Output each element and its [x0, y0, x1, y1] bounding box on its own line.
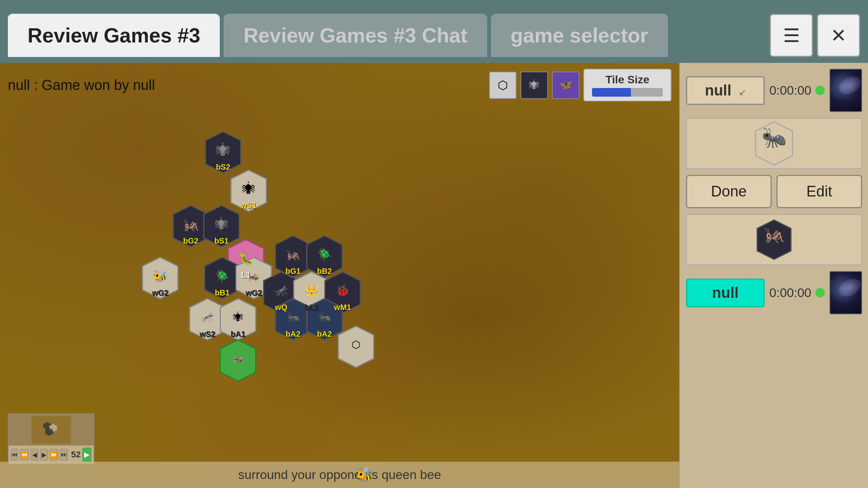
mini-map-controls: ⏮ ⏪ ◀ ▶ ⏩ ⏭ 52 ▶ [9, 446, 94, 464]
hex-board[interactable]: 🕷 bS2 🕷 wS1 🦗 bG2 🕷 bS1 [79, 94, 413, 377]
piece-area-beetle: 🦗 [686, 214, 862, 265]
mini-map-content[interactable] [9, 414, 94, 446]
player2-avatar [829, 271, 862, 314]
mini-prev-fast[interactable]: ⏪ [20, 449, 29, 460]
done-button[interactable]: Done [686, 175, 772, 208]
tile-size-bar[interactable] [592, 88, 663, 97]
play-button[interactable]: ▶ [82, 448, 92, 462]
player1-timer: 0:00:00 [769, 83, 825, 98]
bee-icon: 🐝 [356, 467, 373, 483]
player1-avatar [829, 69, 862, 112]
mini-next[interactable]: ▶ [40, 449, 48, 460]
player2-timer-dot [815, 288, 825, 297]
beetle-hex: 🦗 [752, 218, 796, 261]
mini-skip-end[interactable]: ⏭ [60, 449, 68, 460]
mini-prev[interactable]: ◀ [30, 449, 38, 460]
menu-button[interactable]: ☰ [770, 14, 813, 57]
game-board-area[interactable]: null : Game won by null ⬡ 🕷 🦋 Tile Size [0, 63, 679, 488]
player2-card: null 0:00:00 [686, 271, 862, 314]
edit-button[interactable]: Edit [776, 175, 862, 208]
player2-name: null [686, 279, 765, 307]
player1-card: null ↙ 0:00:00 [686, 69, 862, 112]
status-right: ⬡ 🕷 🦋 Tile Size [489, 69, 671, 101]
tab-review-games[interactable]: Review Games #3 [8, 14, 220, 57]
tile-icon-3: 🦋 [552, 72, 579, 99]
mini-skip-start[interactable]: ⏮ [11, 449, 18, 460]
main-layout: null : Game won by null ⬡ 🕷 🦋 Tile Size [0, 63, 868, 488]
close-button[interactable]: ✕ [817, 14, 860, 57]
game-status-text: null : Game won by null [8, 77, 155, 94]
piece-wB2[interactable]: 🐝 wG2 [138, 255, 183, 301]
tile-size-label: Tile Size [605, 73, 649, 86]
sidebar: null ↙ 0:00:00 🐜 Done Edit [679, 63, 868, 488]
mini-next-fast[interactable]: ⏩ [50, 449, 58, 460]
tab-review-chat[interactable]: Review Games #3 Chat [224, 14, 487, 57]
beetle-icon: 🦗 [752, 224, 796, 244]
bottom-status: surround your opponents queen bee 🐝 [0, 462, 679, 488]
tab-game-selector[interactable]: game selector [491, 14, 668, 57]
tile-size-fill [592, 88, 631, 97]
tab-review-games-label: Review Games #3 [28, 24, 200, 47]
piece-partial-1[interactable]: 🦗 [215, 338, 261, 383]
tile-icon-2: 🕷 [520, 72, 548, 99]
status-bar: null : Game won by null ⬡ 🕷 🦋 Tile Size [0, 63, 679, 107]
tile-size-control[interactable]: Tile Size [583, 69, 671, 101]
piece-partial-2[interactable]: ⬡ [333, 324, 379, 369]
piece-display-hex: 🐜 [750, 120, 798, 167]
mini-map: ⏮ ⏪ ◀ ▶ ⏩ ⏭ 52 ▶ [8, 413, 94, 464]
player1-timer-dot [815, 86, 825, 95]
tile-icon-1: ⬡ [489, 72, 517, 99]
player2-timer: 0:00:00 [769, 286, 825, 300]
piece-ant-icon: 🐜 [750, 126, 798, 150]
tab-review-chat-label: Review Games #3 Chat [243, 24, 467, 47]
action-buttons: Done Edit [686, 175, 862, 208]
move-counter: 52 [71, 449, 81, 460]
hint-text: surround your opponents queen bee [238, 468, 441, 482]
piece-display-area: 🐜 [686, 118, 862, 169]
header: Review Games #3 Review Games #3 Chat gam… [0, 0, 868, 63]
piece-wS2[interactable]: 🕷 bA1 [215, 297, 261, 342]
player1-name: null ↙ [686, 76, 765, 105]
tab-game-selector-label: game selector [511, 24, 648, 47]
